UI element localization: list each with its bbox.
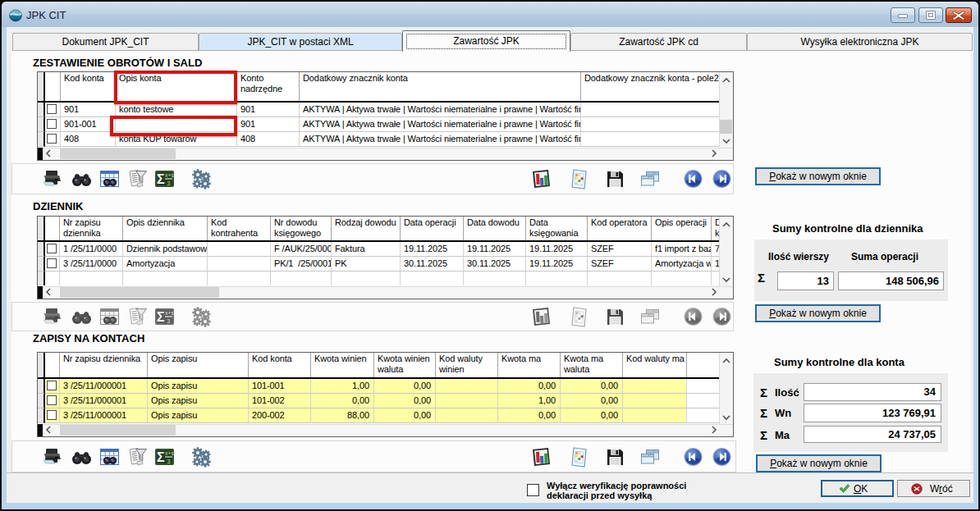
svg-text:Σ: Σ — [157, 310, 165, 324]
svg-text:x+s: x+s — [165, 310, 175, 316]
svg-text:3: 3 — [167, 318, 171, 324]
svg-text:3: 3 — [167, 459, 171, 464]
svg-text:x+s: x+s — [165, 450, 175, 456]
svg-text:Σ: Σ — [157, 450, 165, 464]
svg-text:3: 3 — [167, 180, 171, 186]
svg-text:x+s: x+s — [165, 172, 175, 178]
svg-text:Σ: Σ — [157, 172, 165, 186]
